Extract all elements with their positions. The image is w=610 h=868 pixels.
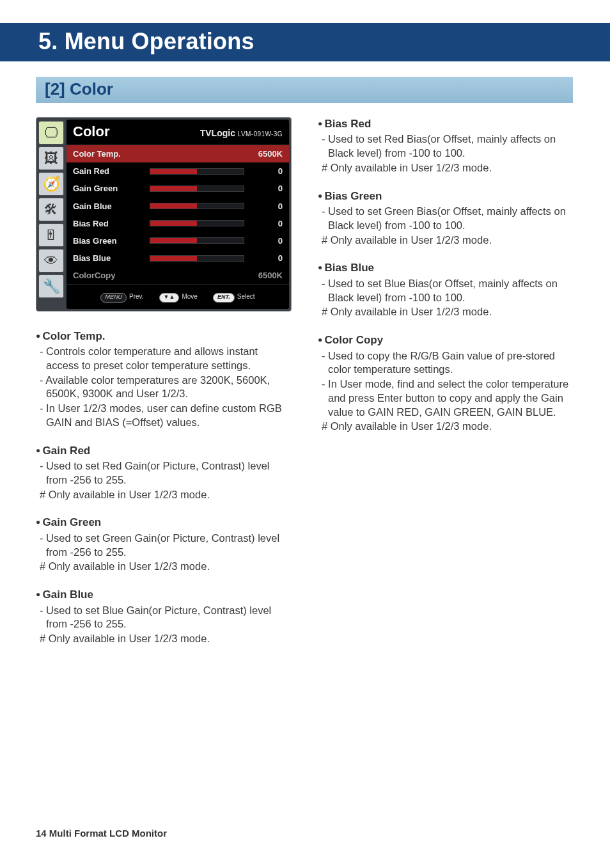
osd-row-value: 0 <box>253 218 283 229</box>
osd-screenshot: 🖵 🖼 🧭 🛠 🎚 👁 🔧 Color TVLogic <box>36 117 292 312</box>
item-title: Bias Blue <box>318 261 574 275</box>
item-line: - Used to set Green Gain(or Picture, Con… <box>36 532 292 560</box>
slider-bar <box>150 185 244 192</box>
item-line: # Only available in User 1/2/3 mode. <box>36 488 292 502</box>
content-columns: 🖵 🖼 🧭 🛠 🎚 👁 🔧 Color TVLogic <box>0 103 610 660</box>
desc-item-color-temp-: Color Temp.- Controls color temperature … <box>36 329 292 430</box>
item-line: # Only available in User 1/2/3 mode. <box>318 233 574 248</box>
item-line: - Used to set Green Bias(or Offset, main… <box>318 205 574 233</box>
osd-hint-select: ENT.Select <box>213 292 255 302</box>
osd-footer-hints: MENUPrev. ▼▲Move ENT.Select <box>66 284 289 308</box>
chapter-title: 5. Menu Operations <box>0 23 610 61</box>
osd-move-label: Move <box>182 293 197 300</box>
slider-bar <box>150 168 244 175</box>
item-title: Color Temp. <box>36 329 292 343</box>
desc-item-bias-green: Bias Green- Used to set Green Bias(or Of… <box>318 189 574 248</box>
osd-row-value: 0 <box>253 235 283 246</box>
desc-item-color-copy: Color Copy- Used to copy the R/G/B Gain … <box>318 333 574 434</box>
osd-row-value: 0 <box>253 183 283 194</box>
item-title: Gain Blue <box>36 588 292 602</box>
osd-row-label: Color Temp. <box>73 148 150 159</box>
osd-tab-6-icon: 👁 <box>38 249 64 272</box>
desc-item-gain-blue: Gain Blue- Used to set Blue Gain(or Pict… <box>36 588 292 646</box>
osd-row-gain-blue: Gain Blue0 <box>66 198 289 215</box>
left-column: 🖵 🖼 🧭 🛠 🎚 👁 🔧 Color TVLogic <box>36 117 292 660</box>
item-title: Gain Red <box>36 444 292 458</box>
osd-row-gain-red: Gain Red0 <box>66 162 289 180</box>
osd-row-label: ColorCopy <box>73 270 150 281</box>
item-line: # Only available in User 1/2/3 mode. <box>318 420 574 434</box>
item-title: Gain Green <box>36 516 292 530</box>
osd-hint-move: ▼▲Move <box>159 292 198 302</box>
osd-tab-color-icon: 🖵 <box>38 121 64 145</box>
osd-row-value: 6500K <box>253 148 283 159</box>
osd-brand: TVLogic LVM-091W-3G <box>200 127 283 139</box>
osd-row-colorcopy: ColorCopy6500K <box>66 267 289 284</box>
item-line: - Used to set Red Gain(or Picture, Contr… <box>36 459 292 487</box>
slider-bar <box>150 255 244 262</box>
item-line: # Only available in User 1/2/3 mode. <box>318 161 574 175</box>
item-title: Bias Green <box>318 189 574 203</box>
osd-row-value: 6500K <box>253 270 283 281</box>
osd-prev-label: Prev. <box>129 293 144 300</box>
osd-row-color-temp-: Color Temp.6500K <box>66 145 289 162</box>
osd-tab-3-icon: 🧭 <box>38 172 64 196</box>
osd-row-label: Gain Blue <box>73 201 150 212</box>
osd-row-label: Bias Green <box>73 235 150 246</box>
item-line: - Available color temperatures are 3200K… <box>36 374 292 402</box>
item-title: Color Copy <box>318 333 574 347</box>
item-line: - Used to set Blue Gain(or Picture, Cont… <box>36 604 292 632</box>
osd-row-label: Bias Blue <box>73 253 150 264</box>
desc-item-gain-green: Gain Green- Used to set Green Gain(or Pi… <box>36 516 292 574</box>
item-line: - Controls color temperature and allows … <box>36 345 292 373</box>
item-line: - In User 1/2/3 modes, user can define c… <box>36 402 292 430</box>
osd-title: Color <box>73 122 109 141</box>
slider-bar <box>150 237 244 244</box>
osd-row-value: 0 <box>253 253 283 264</box>
osd-row-value: 0 <box>253 201 283 212</box>
osd-row-bias-red: Bias Red0 <box>66 215 289 232</box>
osd-tab-2-icon: 🖼 <box>38 146 64 170</box>
desc-item-bias-blue: Bias Blue- Used to set Blue Bias(or Offs… <box>318 261 574 319</box>
page: 5. Menu Operations [2] Color 🖵 🖼 🧭 🛠 🎚 👁… <box>0 0 610 868</box>
page-footer: 14 Multi Format LCD Monitor <box>36 828 167 839</box>
osd-brand-name: TVLogic <box>200 128 235 138</box>
osd-row-label: Bias Red <box>73 218 150 229</box>
section-title: [2] Color <box>36 77 573 103</box>
arrows-pill-icon: ▼▲ <box>159 293 180 303</box>
slider-bar <box>150 203 244 209</box>
item-line: # Only available in User 1/2/3 mode. <box>36 632 292 646</box>
ent-pill-icon: ENT. <box>213 293 235 303</box>
item-title: Bias Red <box>318 117 574 131</box>
osd-row-bias-green: Bias Green0 <box>66 232 289 249</box>
item-line: - In User mode, find and select the colo… <box>318 377 574 419</box>
osd-row-bias-blue: Bias Blue0 <box>66 249 289 267</box>
desc-item-gain-red: Gain Red- Used to set Red Gain(or Pictur… <box>36 444 292 502</box>
item-line: # Only available in User 1/2/3 mode. <box>36 560 292 574</box>
osd-side-tabs: 🖵 🖼 🧭 🛠 🎚 👁 🔧 <box>38 120 66 309</box>
slider-bar <box>150 220 244 226</box>
osd-tab-4-icon: 🛠 <box>38 198 64 221</box>
item-line: - Used to copy the R/G/B Gain value of p… <box>318 349 574 377</box>
item-line: # Only available in User 1/2/3 mode. <box>318 305 574 319</box>
osd-row-value: 0 <box>253 166 283 177</box>
osd-row-label: Gain Green <box>73 183 150 194</box>
item-line: - Used to set Blue Bias(or Offset, mainl… <box>318 277 574 305</box>
osd-tab-7-icon: 🔧 <box>38 274 64 298</box>
menu-pill-icon: MENU <box>100 293 127 303</box>
osd-hint-prev: MENUPrev. <box>100 292 143 302</box>
osd-body: Color TVLogic LVM-091W-3G Color Temp.650… <box>66 120 289 309</box>
right-column: Bias Red- Used to set Red Bias(or Offset… <box>318 117 574 660</box>
item-line: - Used to set Red Bias(or Offset, mainly… <box>318 132 574 161</box>
osd-tab-5-icon: 🎚 <box>38 223 64 247</box>
desc-item-bias-red: Bias Red- Used to set Red Bias(or Offset… <box>318 117 574 175</box>
osd-row-label: Gain Red <box>73 166 150 177</box>
osd-select-label: Select <box>237 293 255 300</box>
osd-model: LVM-091W-3G <box>238 130 283 138</box>
osd-row-gain-green: Gain Green0 <box>66 180 289 197</box>
